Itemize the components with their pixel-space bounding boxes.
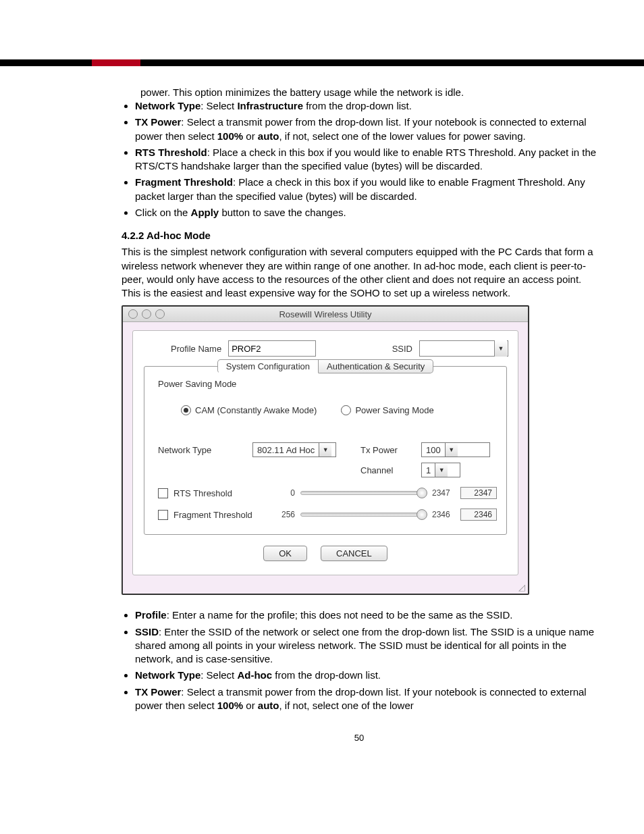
screenshot-window: Rosewill Wireless Utility Profile Name S… [122,305,529,595]
rts-checkbox[interactable] [158,488,168,498]
bullet-tx-power: TX Power: Select a transmit power from t… [135,115,597,143]
slider-knob-icon[interactable] [417,509,427,520]
chevron-down-icon[interactable]: ▼ [435,463,448,477]
chevron-down-icon[interactable]: ▼ [445,443,458,457]
radio-cam[interactable]: CAM (Constantly Awake Mode) [181,405,317,415]
bullet-tx-power-2: TX Power: Select a transmit power from t… [135,685,597,713]
radio-psm-label: Power Saving Mode [355,405,433,415]
profile-name-input[interactable] [228,340,316,357]
radio-cam-label: CAM (Constantly Awake Mode) [195,405,317,415]
rts-label: RTS Threshold [173,488,263,498]
top-bullet-list: Network Type: Select Infrastructure from… [122,99,597,219]
chevron-down-icon[interactable]: ▼ [319,443,331,457]
bullet-ssid: SSID: Enter the SSID of the network or s… [135,625,597,667]
fragment-min: 256 [276,510,295,519]
rts-value: 2347 [460,487,497,499]
window-title: Rosewill Wireless Utility [123,309,528,319]
fragment-value: 2346 [460,509,497,521]
profile-name-label: Profile Name [171,344,221,354]
page-number: 50 [122,733,597,743]
channel-label: Channel [360,465,421,475]
bullet-network-type: Network Type: Select Infrastructure from… [135,99,597,113]
bottom-bullet-list: Profile: Enter a name for the profile; t… [122,608,597,712]
bullet-rts: RTS Threshold: Place a check in this box… [135,146,597,174]
network-type-label: Network Type [154,445,252,455]
fragment-slider[interactable] [300,513,427,517]
section-title: 4.2.2 Ad-hoc Mode [122,229,597,242]
ssid-label: SSID [392,344,412,354]
fragment-label: Fragment Threshold [173,510,263,520]
tab-system-configuration[interactable]: System Configuration [217,359,319,373]
tab-authentication-security[interactable]: Authentication & Security [319,359,433,373]
resize-grip-icon[interactable]: ◿ [123,582,528,594]
page-body: power. This option minimizes the battery… [0,66,644,770]
rts-max: 2347 [432,488,455,498]
ok-button[interactable]: OK [263,546,307,561]
chevron-down-icon[interactable]: ▼ [494,340,507,357]
continuation-line: power. This option minimizes the battery… [122,86,597,98]
bullet-apply: Click on the Apply button to save the ch… [135,206,597,219]
cancel-button[interactable]: CANCEL [321,546,387,561]
power-saving-heading: Power Saving Mode [158,379,497,389]
radio-psm[interactable]: Power Saving Mode [341,405,433,415]
network-type-select[interactable]: 802.11 Ad Hoc▼ [252,442,336,457]
tx-power-label: Tx Power [360,445,421,455]
bullet-fragment: Fragment Threshold: Place a check in thi… [135,176,597,203]
slider-knob-icon[interactable] [417,488,427,498]
fragment-checkbox[interactable] [158,510,168,520]
rts-min: 0 [276,488,295,498]
main-panel: Profile Name SSID ▼ System Configuration… [132,330,518,575]
rts-slider[interactable] [300,491,427,495]
header-bar [0,59,644,66]
window-titlebar: Rosewill Wireless Utility [123,307,528,322]
section-paragraph: This is the simplest network configurati… [122,245,597,300]
bullet-network-type-2: Network Type: Select Ad-hoc from the dro… [135,669,597,682]
bullet-profile: Profile: Enter a name for the profile; t… [135,608,597,622]
fragment-max: 2346 [432,510,455,519]
channel-select[interactable]: 1▼ [421,463,460,477]
header-accent [92,59,140,66]
config-fieldset: System Configuration Authentication & Se… [144,366,507,535]
tx-power-select[interactable]: 100▼ [421,442,490,457]
